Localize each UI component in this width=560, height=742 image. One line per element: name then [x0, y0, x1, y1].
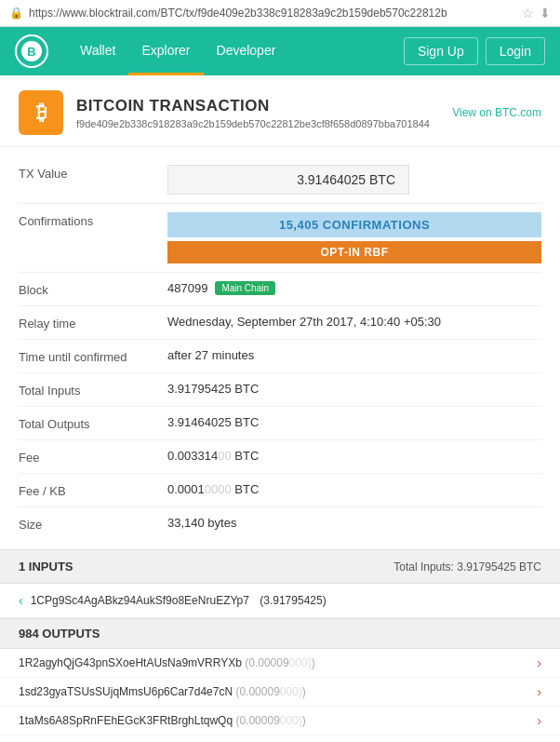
- total-outputs-label: Total Outputs: [19, 415, 167, 431]
- fee-kb-label: Fee / KB: [19, 482, 167, 498]
- relay-time-value: Wednesday, September 27th 2017, 4:10:40 …: [167, 315, 541, 329]
- url-bar: 🔒 https://www.blocktrail.com/BTC/tx/f9de…: [0, 0, 560, 27]
- chevron-right-icon: ›: [537, 713, 541, 728]
- size-row: Size 33,140 bytes: [19, 507, 541, 540]
- outputs-list: 1R2agyhQjG43pnSXoeHtAUsNa9mVRRYXb (0.000…: [0, 649, 560, 742]
- relay-time-label: Relay time: [19, 315, 167, 331]
- tx-value-box: 3.91464025 BTC: [167, 165, 409, 195]
- fee-label: Fee: [19, 449, 167, 465]
- size-value: 33,140 bytes: [167, 516, 541, 530]
- inputs-total: Total Inputs: 3.91795425 BTC: [393, 560, 541, 573]
- details-table: TX Value 3.91464025 BTC Confirmations 15…: [0, 147, 560, 549]
- block-number: 487099: [167, 281, 207, 295]
- output-address: 1sd23gyaTSUsSUjqMmsU6p6Car7d4e7cN (0.000…: [19, 685, 306, 698]
- lock-icon: 🔒: [9, 7, 23, 20]
- fee-unit: BTC: [232, 449, 260, 463]
- fee-kb-row: Fee / KB 0.00010000 BTC: [19, 474, 541, 507]
- time-confirmed-value: after 27 minutes: [167, 348, 541, 362]
- fee-value: 0.00331400 BTC: [167, 449, 541, 463]
- tx-title-block: BITCOIN TRANSACTION f9de409e2b338c918283…: [76, 97, 430, 129]
- time-confirmed-row: Time until confirmed after 27 minutes: [19, 340, 541, 373]
- signup-button[interactable]: Sign Up: [404, 37, 478, 65]
- input-address: 1CPg9Sc4AgABkz94AukSf9o8EeNruEZYp7: [31, 594, 249, 607]
- block-row: Block 487099 Main Chain: [19, 273, 541, 306]
- confirmations-row: Confirmations 15,405 CONFIRMATIONS OPT-I…: [19, 204, 541, 273]
- nav-links: Wallet Explorer Developer: [67, 28, 404, 75]
- fee-row: Fee 0.00331400 BTC: [19, 440, 541, 474]
- confirmations-label: Confirmations: [19, 212, 167, 228]
- block-value: 487099 Main Chain: [167, 281, 541, 295]
- output-item[interactable]: 1sd23gyaTSUsSUjqMmsU6p6Car7d4e7cN (0.000…: [0, 678, 560, 707]
- logo[interactable]: B: [15, 34, 48, 68]
- navigation: B Wallet Explorer Developer Sign Up Logi…: [0, 27, 560, 75]
- outputs-section-header: 984 OUTPUTS: [0, 618, 560, 649]
- output-address: 1taMs6A8SpRnFEhEGcK3FRtBrghLtqwQq (0.000…: [19, 714, 306, 727]
- nav-wallet[interactable]: Wallet: [67, 28, 128, 75]
- bookmark-icon[interactable]: ☆: [522, 6, 534, 20]
- inputs-title: 1 INPUTS: [19, 560, 73, 573]
- fee-kb-unit: BTC: [232, 482, 260, 496]
- main-content: ₿ BITCOIN TRANSACTION f9de409e2b338c9182…: [0, 75, 560, 742]
- block-label: Block: [19, 281, 167, 297]
- nav-right-buttons: Sign Up Login: [404, 37, 545, 65]
- opt-in-rbf-badge: OPT-IN RBF: [167, 241, 541, 263]
- nav-explorer[interactable]: Explorer: [128, 28, 203, 75]
- confirmations-box: 15,405 CONFIRMATIONS: [167, 212, 541, 237]
- chevron-right-icon: ›: [537, 684, 541, 699]
- chevron-left-icon: ‹: [19, 593, 23, 608]
- nav-developer[interactable]: Developer: [204, 28, 289, 75]
- tx-title: BITCOIN TRANSACTION: [76, 97, 430, 115]
- tx-hash: f9de409e2b338c918283a9c2b159deb570c22812…: [76, 118, 430, 129]
- output-item[interactable]: 1R2agyhQjG43pnSXoeHtAUsNa9mVRRYXb (0.000…: [0, 649, 560, 678]
- download-icon[interactable]: ⬇: [540, 6, 551, 20]
- total-outputs-value: 3.91464025 BTC: [167, 415, 541, 429]
- tx-header-left: ₿ BITCOIN TRANSACTION f9de409e2b338c9182…: [19, 90, 430, 135]
- fee-main: 0.003314: [167, 449, 218, 463]
- size-label: Size: [19, 516, 167, 532]
- input-item[interactable]: ‹ 1CPg9Sc4AgABkz94AukSf9o8EeNruEZYp7 (3.…: [0, 584, 560, 618]
- url-text: https://www.blocktrail.com/BTC/tx/f9de40…: [29, 7, 516, 20]
- output-item[interactable]: 1taMs6A8SpRnFEhEGcK3FRtBrghLtqwQq (0.000…: [0, 707, 560, 735]
- tx-value-row: TX Value 3.91464025 BTC: [19, 156, 541, 204]
- relay-time-row: Relay time Wednesday, September 27th 201…: [19, 306, 541, 340]
- tx-value-label: TX Value: [19, 165, 167, 181]
- chevron-right-icon: ›: [537, 655, 541, 670]
- fee-kb-main: 0.0001: [167, 482, 205, 496]
- fee-dim: 00: [218, 449, 231, 463]
- fee-kb-value: 0.00010000 BTC: [167, 482, 541, 496]
- output-address: 1R2agyhQjG43pnSXoeHtAUsNa9mVRRYXb (0.000…: [19, 656, 315, 669]
- total-inputs-value: 3.91795425 BTC: [167, 382, 541, 396]
- outputs-title: 984 OUTPUTS: [19, 627, 100, 641]
- btc-icon: ₿: [19, 90, 63, 135]
- view-on-btc-link[interactable]: View on BTC.com: [452, 106, 541, 119]
- login-button[interactable]: Login: [486, 37, 545, 65]
- confirmations-value: 15,405 CONFIRMATIONS OPT-IN RBF: [167, 212, 541, 263]
- input-amount: (3.91795425): [257, 594, 327, 607]
- inputs-section-header: 1 INPUTS Total Inputs: 3.91795425 BTC: [0, 549, 560, 584]
- tx-value-value: 3.91464025 BTC: [167, 165, 541, 195]
- total-inputs-row: Total Inputs 3.91795425 BTC: [19, 373, 541, 407]
- main-chain-badge: Main Chain: [215, 281, 275, 295]
- time-confirmed-label: Time until confirmed: [19, 348, 167, 364]
- total-inputs-label: Total Inputs: [19, 382, 167, 398]
- output-item[interactable]: 1vzZberWwnMaQbp4UWvw8ZX27dUa53Rbo (0.000…: [0, 735, 560, 742]
- logo-letter: B: [21, 41, 42, 61]
- tx-header: ₿ BITCOIN TRANSACTION f9de409e2b338c9182…: [0, 75, 560, 147]
- fee-kb-dim: 0000: [205, 482, 232, 496]
- total-outputs-row: Total Outputs 3.91464025 BTC: [19, 407, 541, 440]
